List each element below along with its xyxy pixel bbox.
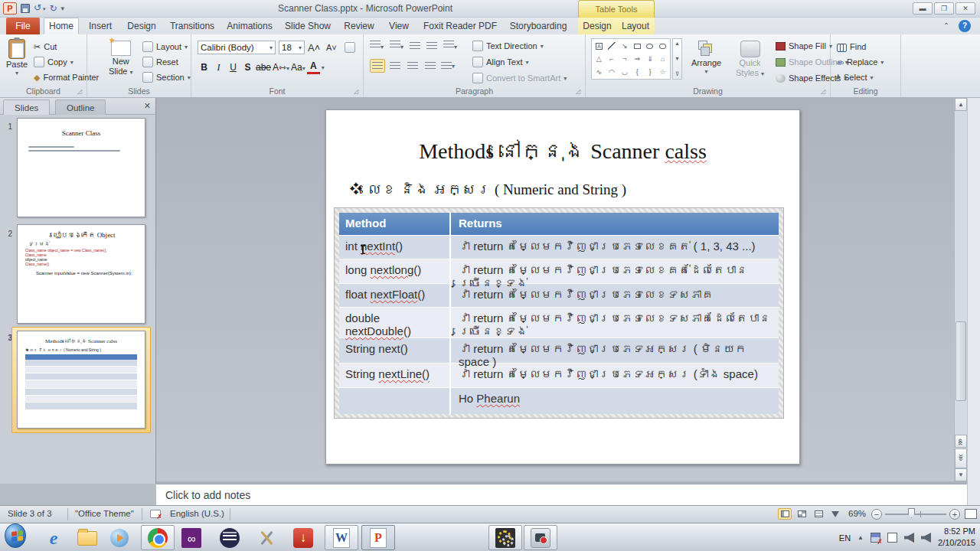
new-slide-button[interactable]: New Slide ▾ xyxy=(109,41,133,76)
next-slide-button[interactable]: «« xyxy=(955,448,967,468)
slide-1-thumbnail[interactable]: Scanner Class xyxy=(17,118,145,217)
shapes-scroll-up-icon[interactable]: ▲ xyxy=(675,41,680,46)
returns-cell[interactable]: វា return តម្លៃមកវិញជាប្រភេទអក្សរ (ទាំង … xyxy=(451,364,779,387)
change-case-button[interactable]: Aa▾ xyxy=(291,60,305,74)
language-indicator-tray[interactable]: EN xyxy=(839,533,851,543)
method-cell[interactable]: int nextInt() xyxy=(339,236,451,259)
previous-slide-button[interactable]: «« xyxy=(955,435,967,448)
slide-title[interactable]: Methods នៅក្នុង Scanner calss xyxy=(326,139,799,164)
close-button[interactable]: ✕ xyxy=(956,2,975,15)
collapse-ribbon-icon[interactable]: ⌃ xyxy=(940,20,952,32)
method-cell[interactable]: String nextLine() xyxy=(339,364,451,387)
action-center-icon[interactable] xyxy=(871,533,880,543)
returns-cell[interactable]: Ho Phearun xyxy=(451,388,779,414)
chrome-icon[interactable] xyxy=(147,527,168,549)
elbow-shape-icon[interactable]: ⌐ xyxy=(609,55,613,63)
triangle-shape-icon[interactable]: △ xyxy=(596,55,602,63)
slide-3-thumbnail[interactable]: Methods នៅក្នុង Scanner calss ❖ លេខ និង … xyxy=(17,331,145,429)
bold-button[interactable]: B xyxy=(198,60,211,74)
undo-icon[interactable]: ↺ ▾ xyxy=(34,2,46,15)
powerpoint-app-icon[interactable]: P xyxy=(3,2,17,15)
scribble-shape-icon[interactable]: ∿ xyxy=(596,68,603,76)
section-button[interactable]: Section▾ xyxy=(142,70,191,84)
font-size-combo[interactable]: 18▾ xyxy=(279,41,305,54)
returns-cell[interactable]: វា return តម្លៃមកវិញជាប្រភេទលេខគត់ដែលតែប… xyxy=(451,259,779,283)
shapes-gallery[interactable]: A ↘ △ ⌐ ¬ ⇒ ⇓ ⌂ ∿ ◠ ◡ { } ☆ xyxy=(591,38,671,80)
layout-button[interactable]: Layout▾ xyxy=(142,40,188,54)
textbox-shape-icon[interactable]: A xyxy=(596,43,603,50)
drawing-dialog-launcher-icon[interactable]: ◿ xyxy=(821,88,828,96)
tray-document-icon[interactable] xyxy=(887,533,897,543)
copy-button[interactable]: Copy▾ xyxy=(34,55,74,69)
curve-shape-icon[interactable]: ◠ xyxy=(609,68,615,76)
slide-bullet-text[interactable]: ❖ លេខ និង អក្សរ ( Numeric and String ) xyxy=(349,181,626,198)
visual-studio-taskbar-icon[interactable]: ∞ xyxy=(181,527,202,549)
zoom-slider-thumb[interactable] xyxy=(908,508,915,518)
tab-transitions[interactable]: Transitions xyxy=(165,18,219,34)
tab-insert[interactable]: Insert xyxy=(83,18,118,34)
right-arrow-shape-icon[interactable]: ⇒ xyxy=(635,55,641,63)
reading-view-button[interactable] xyxy=(812,508,825,520)
vertical-scrollbar[interactable]: ▲ «« «« ▼ xyxy=(954,98,967,481)
paste-dropdown-icon[interactable]: ▾ xyxy=(15,70,18,77)
align-left-button[interactable] xyxy=(370,59,385,73)
justify-button[interactable] xyxy=(423,59,438,73)
cut-button[interactable]: ✂Cut xyxy=(34,40,57,54)
fit-to-window-button[interactable] xyxy=(965,509,977,519)
rectangle-shape-icon[interactable] xyxy=(634,44,641,49)
tab-animations[interactable]: Animations xyxy=(223,18,276,34)
returns-cell[interactable]: វា return តម្លៃមកវិញជាប្រភេទលេខទសភាគដែលត… xyxy=(451,308,779,337)
slide-sorter-view-button[interactable] xyxy=(795,508,808,520)
media-player-taskbar-icon[interactable] xyxy=(109,527,130,549)
left-brace-shape-icon[interactable]: { xyxy=(636,68,639,76)
internet-explorer-taskbar-icon[interactable]: e xyxy=(43,527,64,549)
zoom-in-button[interactable]: + xyxy=(949,509,960,520)
tab-storyboarding[interactable]: Storyboarding xyxy=(505,18,571,34)
minimize-button[interactable]: ▬ xyxy=(913,2,933,15)
rounded-rectangle-shape-icon[interactable] xyxy=(659,44,666,49)
align-right-button[interactable] xyxy=(405,59,420,73)
slide-2-thumbnail[interactable]: របៀបបង្កើត Object ទម្រង់ Class_name obje… xyxy=(17,224,145,324)
oval-shape-icon[interactable] xyxy=(646,44,653,49)
increase-indent-button[interactable] xyxy=(426,42,437,51)
redo-icon[interactable]: ↻ xyxy=(50,2,57,15)
returns-cell[interactable]: វា return តម្លៃមកវិញជាប្រភេទលេខទសភាគ xyxy=(451,284,779,307)
select-button[interactable]: Select▾ xyxy=(837,70,874,84)
theme-indicator[interactable]: "Office Theme" xyxy=(75,509,134,518)
character-spacing-button[interactable]: A⇿▾ xyxy=(273,60,289,74)
method-cell[interactable]: long nextlong() xyxy=(339,259,451,283)
table-selection-frame[interactable]: Method Returns int nextInt() វា return ត… xyxy=(334,207,784,419)
windows-explorer-taskbar-icon[interactable] xyxy=(77,527,98,549)
table-header-method[interactable]: Method xyxy=(339,213,451,235)
paragraph-dialog-launcher-icon[interactable]: ◿ xyxy=(576,88,583,96)
scrollbar-thumb[interactable] xyxy=(956,321,966,401)
text-direction-button[interactable]: Text Direction▾ xyxy=(472,39,544,53)
arrow-shape-icon[interactable]: ↘ xyxy=(622,42,628,50)
methods-table[interactable]: Method Returns int nextInt() វា return ត… xyxy=(339,213,779,413)
star-shape-icon[interactable]: ☆ xyxy=(660,68,666,76)
tab-table-tools-layout[interactable]: Layout xyxy=(617,18,654,34)
elbow-arrow-shape-icon[interactable]: ¬ xyxy=(622,55,626,63)
line-shape-icon[interactable] xyxy=(608,42,616,50)
shapes-more-icon[interactable]: ⊽ xyxy=(675,71,679,77)
tab-slides-pane[interactable]: Slides xyxy=(3,99,50,115)
eclipse-taskbar-icon[interactable] xyxy=(219,527,240,549)
method-cell[interactable]: float nextFloat() xyxy=(339,284,451,307)
powerpoint-icon[interactable]: P xyxy=(368,527,389,549)
font-name-combo[interactable]: Calibri (Body)▾ xyxy=(198,41,276,54)
shapes-gallery-scroll[interactable]: ▲ ▼ ⊽ xyxy=(672,38,682,80)
slide[interactable]: Methods នៅក្នុង Scanner calss ❖ លេខ និង … xyxy=(325,109,800,465)
volume-icon[interactable] xyxy=(921,533,931,543)
arrange-button[interactable]: Arrange▾ xyxy=(691,41,721,75)
align-center-button[interactable] xyxy=(387,59,403,73)
font-dialog-launcher-icon[interactable]: ◿ xyxy=(354,88,361,96)
paste-button[interactable]: Paste ▾ xyxy=(6,39,28,77)
shrink-font-button[interactable]: A˅ xyxy=(326,41,337,54)
show-hidden-icons-icon[interactable]: ▲ xyxy=(858,534,864,541)
tab-design[interactable]: Design xyxy=(122,18,162,34)
method-cell[interactable]: double nextDouble() xyxy=(339,308,451,337)
underline-button[interactable]: U xyxy=(227,60,240,74)
table-header-returns[interactable]: Returns xyxy=(451,213,779,235)
tab-file[interactable]: File xyxy=(6,18,40,34)
audio-error-icon[interactable] xyxy=(904,533,914,543)
